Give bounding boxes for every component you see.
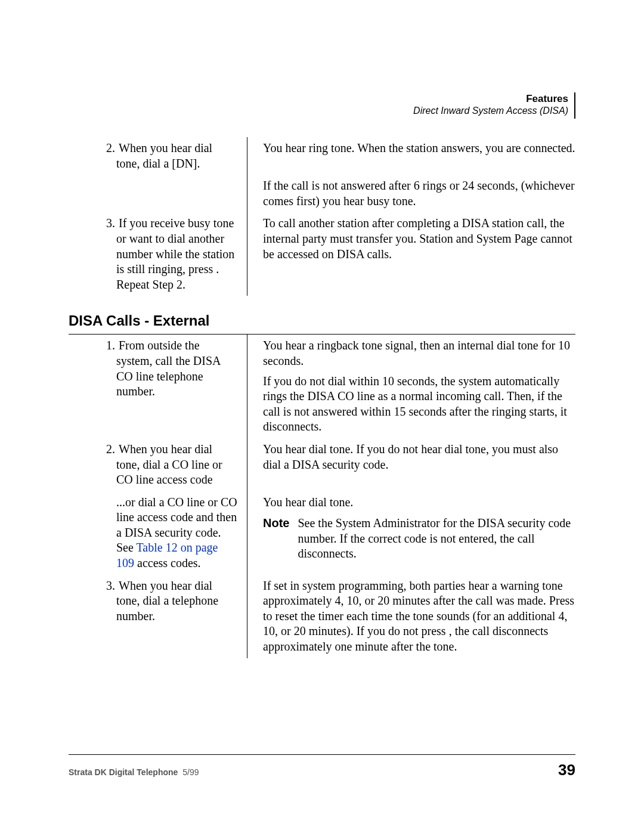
ext-step-2b-action: ...or dial a CO line or CO line access c… [69, 491, 247, 575]
ext-step-3-action: 3.When you hear dial tone, dial a teleph… [69, 575, 247, 658]
step-3-action: 3.If you receive busy tone or want to di… [69, 212, 247, 296]
ext-step-2-result: You hear dial tone. If you do not hear d… [247, 438, 575, 491]
step-number: 1. [101, 338, 115, 354]
step-2-action-blank [69, 175, 247, 212]
note-label: Note [263, 516, 289, 562]
step-2-result-b: If the call is not answered after 6 ring… [247, 175, 575, 212]
page-footer: Strata DK Digital Telephone5/99 39 [69, 754, 575, 779]
page-header: Features Direct Inward System Access (DI… [413, 92, 575, 119]
ext-step-2b-result: You hear dial tone. Note See the System … [247, 491, 575, 575]
page: Features Direct Inward System Access (DI… [0, 0, 644, 833]
step-number: 2. [101, 141, 115, 156]
section-title: Direct Inward System Access (DISA) [413, 105, 575, 119]
ext-step-3-result: If set in system programming, both parti… [247, 575, 575, 658]
chapter-title: Features [413, 92, 575, 105]
ext-step-1-result: You hear a ringback tone signal, then an… [247, 335, 575, 438]
procedure-table-2: 1.From outside the system, call the DISA… [69, 334, 575, 658]
footer-doc-title: Strata DK Digital Telephone5/99 [69, 767, 199, 777]
content: 2.When you hear dial tone, dial a [DN]. … [69, 137, 575, 658]
procedure-table-1: 2.When you hear dial tone, dial a [DN]. … [69, 137, 575, 296]
ext-step-1-action: 1.From outside the system, call the DISA… [69, 335, 247, 438]
step-number: 3. [101, 578, 115, 594]
step-number: 2. [101, 442, 115, 457]
step-3-result: To call another station after completing… [247, 212, 575, 296]
note-block: Note See the System Administrator for th… [263, 516, 575, 562]
step-2-result: You hear ring tone. When the station ans… [247, 137, 575, 175]
step-number: 3. [101, 216, 115, 231]
ext-step-2-action: 2.When you hear dial tone, dial a CO lin… [69, 438, 247, 491]
step-2-action: 2.When you hear dial tone, dial a [DN]. [69, 137, 247, 175]
page-number: 39 [558, 761, 575, 779]
note-text: See the System Administrator for the DIS… [298, 516, 575, 562]
section-heading: DISA Calls - External [69, 312, 575, 329]
